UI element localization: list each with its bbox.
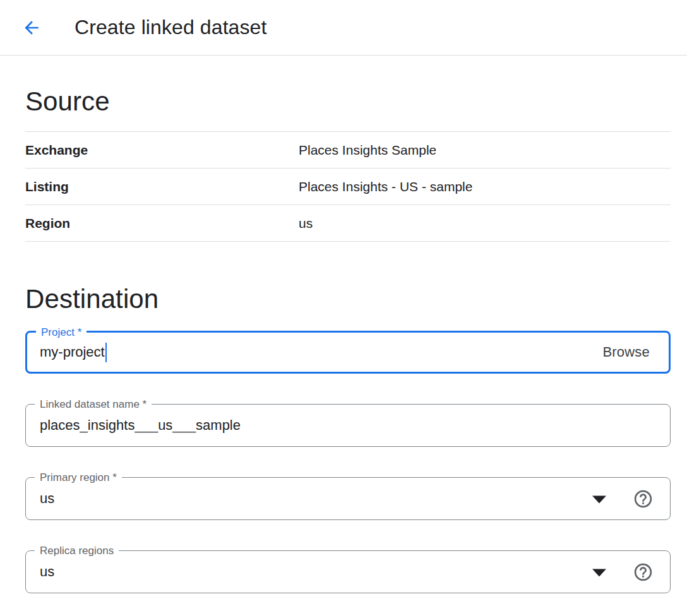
replica-regions-value[interactable]: us (40, 564, 54, 580)
destination-section: Destination Project * my-project Browse … (25, 283, 671, 593)
row-label-listing: Listing (25, 179, 299, 194)
row-value-listing: Places Insights - US - sample (299, 179, 472, 194)
project-field-label: Project * (36, 326, 87, 339)
primary-region-label: Primary region * (35, 471, 122, 484)
help-icon[interactable] (632, 488, 654, 509)
primary-region-select[interactable]: Primary region * us (25, 477, 671, 520)
browse-button[interactable]: Browse (602, 344, 650, 360)
destination-heading: Destination (25, 283, 671, 316)
table-row: Exchange Places Insights Sample (25, 132, 671, 169)
source-section: Source Exchange Places Insights Sample L… (25, 85, 671, 242)
primary-region-value[interactable]: us (40, 490, 54, 507)
row-label-exchange: Exchange (25, 143, 299, 158)
back-button[interactable] (16, 13, 47, 43)
table-row: Listing Places Insights - US - sample (25, 169, 671, 205)
table-row: Region us (25, 205, 671, 242)
content: Source Exchange Places Insights Sample L… (25, 85, 671, 593)
project-field[interactable]: Project * my-project Browse (25, 331, 671, 374)
help-icon[interactable] (632, 561, 654, 583)
text-cursor (105, 343, 107, 362)
project-input[interactable]: my-project (40, 344, 105, 360)
page-title: Create linked dataset (75, 16, 267, 39)
row-label-region: Region (25, 216, 299, 231)
row-value-exchange: Places Insights Sample (299, 143, 436, 158)
header: Create linked dataset (0, 0, 687, 56)
arrow-back-icon (21, 18, 42, 38)
dataset-name-input[interactable]: places_insights___us___sample (40, 417, 241, 434)
replica-regions-label: Replica regions (35, 545, 119, 557)
dropdown-arrow-icon[interactable] (592, 569, 606, 576)
row-value-region: us (299, 216, 313, 231)
dropdown-arrow-icon[interactable] (592, 495, 606, 503)
dataset-name-field[interactable]: Linked dataset name * places_insights___… (25, 404, 671, 447)
source-heading: Source (25, 85, 671, 118)
dataset-name-field-label: Linked dataset name * (35, 398, 152, 411)
replica-regions-select[interactable]: Replica regions us (25, 550, 671, 593)
source-table: Exchange Places Insights Sample Listing … (25, 131, 671, 242)
